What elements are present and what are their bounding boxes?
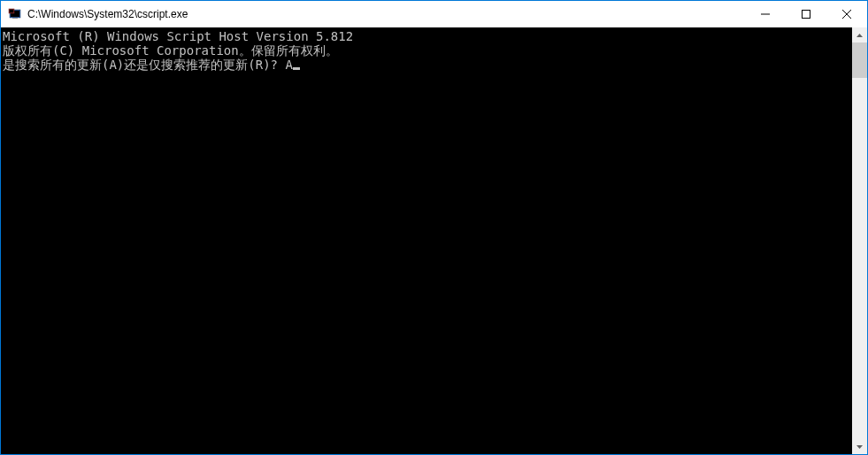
minimize-button[interactable] [745,1,786,27]
svg-marker-9 [856,34,863,37]
console-area: Microsoft (R) Windows Script Host Versio… [1,27,867,454]
scroll-down-button[interactable] [852,439,867,454]
svg-marker-10 [856,445,863,449]
scroll-thumb[interactable] [852,42,867,78]
chevron-down-icon [856,445,863,449]
console-line: Microsoft (R) Windows Script Host Versio… [3,29,852,43]
svg-rect-6 [803,11,810,19]
close-icon [842,10,851,19]
chevron-up-icon [856,34,863,37]
svg-rect-4 [12,18,18,19]
console-content[interactable]: Microsoft (R) Windows Script Host Versio… [1,27,852,454]
vertical-scrollbar[interactable] [852,27,867,454]
console-line: 是搜索所有的更新(A)还是仅搜索推荐的更新(R)? A [3,58,852,72]
close-button[interactable] [826,1,867,27]
window-controls [745,1,867,27]
titlebar[interactable]: C:\Windows\System32\cscript.exe [1,1,867,27]
minimize-icon [761,10,770,19]
app-icon [8,7,22,21]
app-window: C:\Windows\System32\cscript.exe Microsof [0,0,868,455]
console-prompt-text: 是搜索所有的更新(A)还是仅搜索推荐的更新(R)? A [3,58,293,72]
window-title: C:\Windows\System32\cscript.exe [27,8,745,20]
maximize-button[interactable] [786,1,826,27]
maximize-icon [802,10,810,19]
console-line: 版权所有(C) Microsoft Corporation。保留所有权利。 [3,43,852,58]
scroll-up-button[interactable] [852,27,867,42]
svg-rect-3 [10,10,14,13]
scroll-track[interactable] [852,42,867,439]
text-cursor [293,67,300,70]
